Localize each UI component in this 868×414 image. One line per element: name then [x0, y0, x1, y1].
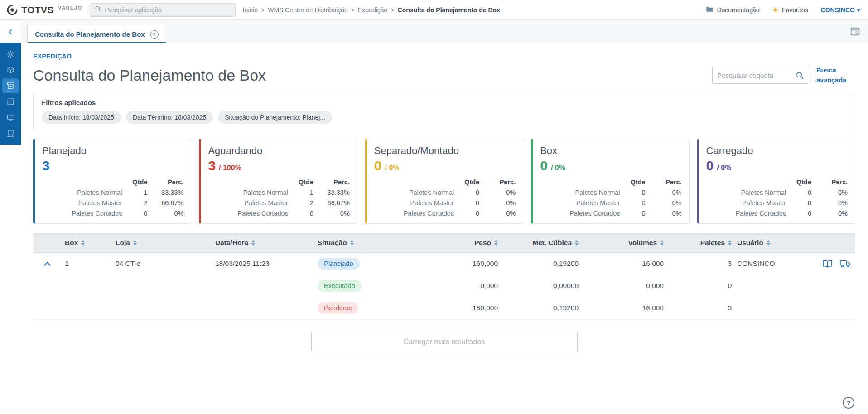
column-header-situacao[interactable]: Situação — [314, 239, 409, 247]
user-name: CONSINCO — [821, 6, 855, 14]
cell-box: 1 — [61, 260, 112, 268]
col-qtde: Qtde — [122, 178, 147, 186]
column-header-loja[interactable]: Loja — [112, 239, 212, 247]
cell-situacao: Planejado — [314, 258, 409, 270]
row-label: Paletes Cortados — [208, 210, 288, 217]
row-perc: 0% — [147, 210, 183, 217]
card-separado-montado: Separado/Montado 0 / 0% Qtde Perc. Palet… — [365, 139, 523, 224]
sidebar-item-settings[interactable] — [2, 47, 19, 62]
row-expand-chevron[interactable] — [33, 261, 61, 266]
package-icon — [6, 66, 15, 74]
filters-title: Filtros aplicados — [42, 99, 847, 106]
sort-icon — [728, 240, 732, 246]
advanced-search-link[interactable]: Busca avançada — [816, 65, 855, 86]
chevron-down-icon: ▾ — [857, 7, 860, 13]
table-subrow: Pendente 160,000 0,19200 16,000 3 — [33, 297, 855, 319]
tab-consulta-planejamento-box[interactable]: Consulta do Planejamento de Box × — [27, 25, 166, 43]
row-qtde: 0 — [454, 199, 479, 207]
column-header-peso[interactable]: Peso — [409, 239, 500, 247]
column-header-datahora[interactable]: Data/Hora — [212, 239, 314, 247]
sidebar-item-monitor[interactable] — [2, 110, 19, 125]
cell-situacao: Executado — [314, 280, 409, 292]
row-label: Paletes Normal — [706, 189, 786, 196]
user-menu[interactable]: CONSINCO ▾ — [821, 6, 860, 14]
card-title: Aguardando — [208, 145, 349, 157]
row-perc: 33.33% — [147, 189, 183, 196]
row-qtde: 1 — [288, 189, 313, 196]
search-icon[interactable] — [796, 71, 804, 80]
sidebar-item-box[interactable] — [2, 78, 19, 93]
breadcrumb-link[interactable]: Expedição — [358, 6, 387, 14]
star-icon: ★ — [772, 6, 779, 14]
card-breakdown: Qtde Perc. Paletes Normal 0 0% Paletes M… — [374, 178, 516, 217]
row-label: Paletes Master — [208, 199, 288, 207]
card-planejado: Planejado 3 Qtde Perc. Paletes Normal 1 … — [33, 139, 191, 224]
filter-chip-data-inicio[interactable]: Data Início: 18/03/2025 — [42, 111, 121, 124]
results-table: Box Loja Data/Hora Situação Peso Met. Cú… — [33, 233, 855, 320]
table-header-row: Box Loja Data/Hora Situação Peso Met. Cú… — [33, 233, 855, 253]
column-header-volumes[interactable]: Volumes — [580, 239, 665, 247]
documentation-label: Documentação — [717, 6, 759, 14]
breadcrumb-separator: > — [351, 6, 355, 14]
card-percent: / 0% — [717, 164, 731, 172]
column-header-box[interactable]: Box — [61, 239, 112, 247]
box-icon — [6, 82, 15, 90]
breadcrumb-current: Consulta do Planejamento de Box — [398, 6, 500, 14]
sidebar-item-terminal[interactable] — [2, 126, 19, 141]
tab-close-icon[interactable]: × — [150, 30, 159, 39]
report-icon[interactable] — [822, 260, 833, 268]
breadcrumb-link[interactable]: WMS Centro de Distribuição — [268, 6, 348, 14]
row-qtde: 0 — [454, 210, 479, 217]
breadcrumb-link[interactable]: Início — [243, 6, 258, 14]
folder-icon — [706, 6, 714, 14]
truck-icon[interactable] — [840, 260, 851, 268]
card-breakdown: Qtde Perc. Paletes Normal 0 0% Paletes M… — [540, 178, 681, 217]
row-label: Paletes Master — [540, 199, 620, 207]
sidebar-item-package[interactable] — [2, 63, 19, 77]
filter-chip-data-termino[interactable]: Data Término: 18/03/2025 — [126, 111, 213, 124]
card-value: 0 — [706, 158, 714, 173]
topbar: TOTVS VAREJO Início > WMS Centro de Dist… — [0, 0, 868, 20]
cell-volumes: 16,000 — [580, 260, 665, 268]
row-label: Paletes Normal — [208, 189, 288, 196]
card-percent: / 0% — [551, 164, 565, 172]
sidebar-item-grid[interactable] — [2, 94, 19, 109]
grid-icon — [6, 97, 15, 106]
cell-volumes: 16,000 — [580, 304, 665, 312]
row-perc: 0% — [313, 210, 350, 217]
column-header-usuario[interactable]: Usuário — [733, 239, 806, 247]
cell-volumes: 0,000 — [580, 282, 665, 290]
summary-cards: Planejado 3 Qtde Perc. Paletes Normal 1 … — [33, 139, 855, 224]
cell-peso: 160,000 — [409, 304, 500, 312]
status-badge: Executado — [318, 280, 362, 292]
card-breakdown: Qtde Perc. Paletes Normal 0 0% Paletes M… — [706, 178, 848, 217]
card-breakdown: Qtde Perc. Paletes Normal 1 33.33% Palet… — [208, 178, 349, 217]
help-button[interactable]: ? — [843, 397, 854, 409]
sort-icon — [350, 240, 354, 246]
column-header-paletes[interactable]: Paletes — [665, 239, 733, 247]
topbar-right: Documentação ★ Favoritos CONSINCO ▾ — [706, 6, 860, 14]
module-label: EXPEDIÇÃO — [33, 53, 855, 60]
monitor-icon — [6, 113, 15, 122]
load-more-button[interactable]: Carregar mais resultados — [311, 332, 578, 352]
row-label: Paletes Cortados — [540, 210, 620, 217]
cell-situacao: Pendente — [314, 302, 409, 314]
sort-icon — [575, 240, 579, 246]
row-qtde: 2 — [288, 199, 313, 207]
tab-options-icon[interactable] — [850, 27, 860, 36]
sort-icon — [251, 240, 255, 246]
tag-search-input[interactable] — [717, 72, 796, 79]
brand-product: VAREJO — [58, 5, 82, 10]
filter-chip-situacao[interactable]: Situação do Planejamento: Planej... — [218, 111, 332, 124]
favorites-link[interactable]: ★ Favoritos — [772, 6, 808, 14]
sidebar-collapse-button[interactable]: ‹ — [0, 20, 21, 43]
documentation-link[interactable]: Documentação — [706, 6, 759, 14]
gear-icon — [6, 50, 15, 58]
row-label: Paletes Normal — [42, 189, 122, 196]
cell-loja: 04 CT-e — [112, 260, 212, 268]
row-qtde: 0 — [454, 189, 479, 196]
row-label: Paletes Master — [706, 199, 786, 207]
column-header-met-cubica[interactable]: Met. Cúbica — [500, 239, 580, 247]
row-perc: 0% — [811, 199, 848, 207]
app-search-input[interactable] — [105, 6, 231, 14]
